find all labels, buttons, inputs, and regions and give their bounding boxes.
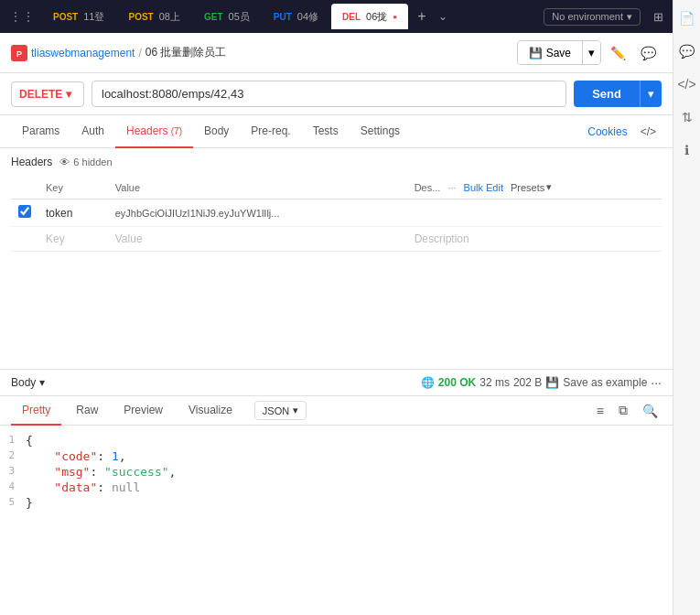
tab-prereq[interactable]: Pre-req. [240,115,301,148]
row-desc-cell[interactable] [407,200,662,227]
chevron-down-icon: ▾ [293,405,298,416]
tab-del-06[interactable]: DEL 06拢 ● [331,4,408,29]
row-value-cell[interactable]: eyJhbGciOiJIUzI1NiJ9.eyJuYW1lIlj... [108,200,407,227]
json-code-content: "msg": "success", [26,465,176,479]
tab-post-upload[interactable]: POST 08上 [117,4,190,29]
tab-auth[interactable]: Auth [70,115,115,148]
add-tab-button[interactable]: + [410,8,433,25]
method-badge: DEL [342,12,361,22]
resp-tab-pretty[interactable]: Pretty [11,396,61,426]
cookies-button[interactable]: Cookies [587,125,627,138]
resp-tab-preview[interactable]: Preview [113,396,174,426]
document-icon[interactable]: 📄 [675,7,698,29]
save-chevron-button[interactable]: ▾ [582,41,600,64]
val-placeholder-text: Value [115,232,143,245]
send-chevron-button[interactable]: ▾ [640,81,662,107]
tab-tests-label: Tests [313,124,339,137]
tab-tests[interactable]: Tests [302,115,350,148]
tab-overflow-button[interactable]: ⌄ [435,10,451,23]
filter-icon[interactable]: ≡ [593,400,608,422]
body-label: Body [11,376,36,389]
tab-body[interactable]: Body [193,115,240,148]
format-label: JSON [263,405,289,416]
eye-icon: 👁 [59,156,70,167]
tab-params-label: Params [22,124,59,137]
headers-title-row: Headers 👁 6 hidden [11,156,662,168]
line-number: 1 [0,434,26,446]
json-open-bracket: { [26,434,33,448]
tab-bar: ⋮⋮ POST 11登 POST 08上 GET 05员 PUT 04修 DEL… [0,0,673,33]
tab-label: 06拢 [366,10,387,24]
row-checkbox-cell [11,200,38,227]
code-view-icon[interactable]: </> [635,122,662,142]
json-key: "code" [26,449,97,463]
svg-text:P: P [16,49,22,59]
info-icon[interactable]: ℹ [681,139,693,161]
grid-icon[interactable]: ⊞ [648,8,669,26]
json-colon: : [97,480,112,494]
tab-settings[interactable]: Settings [350,115,411,148]
json-line-1: 1 { [0,433,673,448]
json-key: "msg" [26,465,90,479]
edit-icon[interactable]: ✏️ [605,42,631,64]
breadcrumb-root[interactable]: tliaswebmanagement [31,47,135,59]
tab-params[interactable]: Params [11,115,70,148]
more-cols-icon[interactable]: ··· [447,182,456,193]
row-key-cell[interactable]: token [38,200,108,227]
code-sidebar-icon[interactable]: </> [673,73,699,95]
json-value: 1 [112,449,119,463]
comment-sidebar-icon[interactable]: 💬 [675,40,698,62]
url-row: DELETE ▾ Send ▾ [0,73,673,115]
save-button[interactable]: 💾 Save [518,42,582,64]
headers-label: Headers [11,156,52,168]
tab-put-04[interactable]: PUT 04修 [263,4,329,29]
tab-auth-label: Auth [81,124,104,137]
save-example-button[interactable]: 💾 Save as example [545,376,647,389]
line-number: 5 [0,496,26,508]
send-button-group: Send ▾ [574,81,662,107]
menu-icon[interactable]: ⋮⋮ [4,9,40,24]
bulk-edit-button[interactable]: Bulk Edit [464,182,503,193]
url-input[interactable] [92,81,566,107]
line-number: 4 [0,480,26,492]
col-header-actions: Des... ··· Bulk Edit Presets ▾ [415,181,654,193]
empty-desc-cell[interactable]: Description [407,227,662,252]
line-number: 3 [0,465,26,477]
header-checkbox[interactable] [18,205,31,218]
tab-post-login[interactable]: POST 11登 [42,4,115,29]
chevron-down-icon: ▾ [66,88,71,101]
json-value: null [112,480,140,494]
empty-checkbox-cell [11,227,38,252]
headers-section: Headers 👁 6 hidden Key Value Des... ··· … [0,148,673,259]
swap-icon[interactable]: ⇅ [678,106,696,128]
presets-button[interactable]: Presets ▾ [511,181,552,193]
json-viewer: 1 { 2 "code": 1, 3 "msg": "success", 4 "… [0,426,673,518]
size-badge: 202 B [513,376,542,389]
empty-key-cell[interactable]: Key [38,227,108,252]
env-label: No environment [552,11,623,22]
more-options-button[interactable]: ··· [651,375,662,390]
environment-select[interactable]: No environment ▾ [544,8,641,26]
right-sidebar: 📄 💬 </> ⇅ ℹ [673,0,700,615]
tab-get-05[interactable]: GET 05员 [193,4,261,29]
json-code-content: "code": 1, [26,449,126,463]
chevron-down-icon: ▾ [627,11,632,23]
resp-tab-raw[interactable]: Raw [65,396,109,426]
header-row-token: token eyJhbGciOiJIUzI1NiJ9.eyJuYW1lIlj..… [11,200,662,227]
comment-icon[interactable]: 💬 [635,42,662,64]
tab-headers[interactable]: Headers (7) [115,115,193,148]
json-colon: : [90,465,104,479]
copy-icon[interactable]: ⧉ [615,399,631,422]
body-select[interactable]: Body ▾ [11,376,45,389]
json-colon: : [97,449,112,463]
hidden-headers-badge: 👁 6 hidden [59,156,112,167]
headers-table: Key Value Des... ··· Bulk Edit Presets ▾ [11,176,662,252]
json-value: "success" [104,465,168,479]
empty-value-cell[interactable]: Value [108,227,407,252]
resp-tab-visualize[interactable]: Visualize [178,396,243,426]
method-select[interactable]: DELETE ▾ [11,81,84,107]
search-icon[interactable]: 🔍 [639,400,662,422]
format-select[interactable]: JSON ▾ [254,401,307,420]
send-button[interactable]: Send [574,81,640,107]
save-example-label: Save as example [563,376,647,389]
